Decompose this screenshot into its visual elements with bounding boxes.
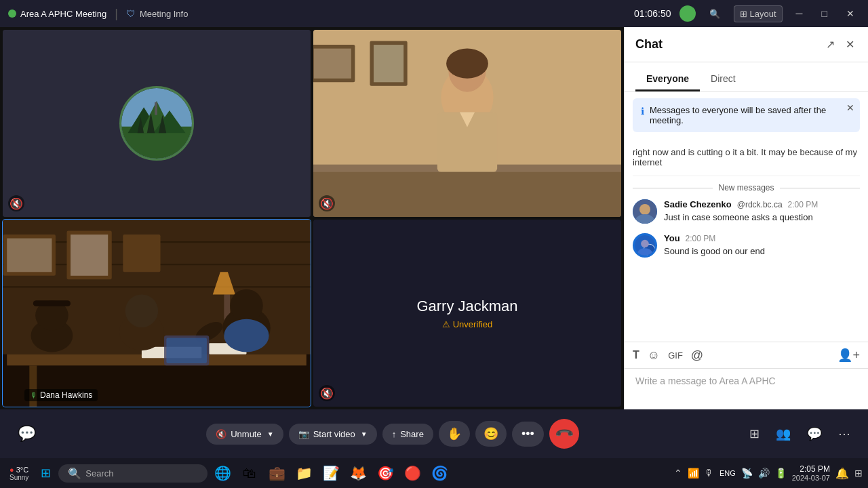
end-call-button[interactable]: 📞 [549,419,579,449]
taskbar-app-extra3[interactable]: 🌀 [427,461,452,485]
taskbar-search-input[interactable] [85,468,198,479]
taskbar-app-firefox[interactable]: 🦊 [346,461,370,485]
mention-icon[interactable]: @ [691,348,703,363]
unmute-button[interactable]: 🔇 Unmute ▼ [206,424,283,445]
captions-button[interactable]: 💬 [14,421,40,447]
video-cell-3: 🎙 Dana Hawkins [3,220,311,407]
search-icon: 🔍 [68,467,81,480]
divider-left [633,188,713,188]
windows-icon[interactable]: ⊞ [854,468,863,479]
search-button[interactable]: 🔍 [704,6,726,22]
captions-icon: 💬 [18,425,36,442]
meeting-title: Area A APHC Meeting [8,9,106,19]
unmute-icon: 🔇 [216,429,226,439]
start-video-button[interactable]: 📷 Start video ▼ [289,424,377,445]
files-icon: 📁 [296,465,313,481]
more-icon: ⋯ [838,427,850,441]
avatar-sadie [633,199,657,224]
name-badge-dana: 🎙 Dana Hawkins [24,389,98,401]
close-button[interactable]: ✕ [841,5,860,22]
mute-icon-2: 🔇 [319,195,335,211]
raise-hand-button[interactable]: ✋ [439,421,470,447]
volume-icon[interactable]: 🔊 [758,468,770,479]
msg-sender-2: You [664,233,680,243]
hand-icon: ✋ [447,427,462,441]
svg-point-50 [639,204,650,215]
more-options-button[interactable]: ••• [512,422,544,447]
taskbar-search[interactable]: 🔍 [58,464,208,483]
taskbar-left: ● 3°C Sunny ⊞ 🔍 🌐 🛍 💼 📁 📝 🦊 [5,461,671,485]
svg-rect-13 [314,49,351,79]
taskbar-app-extra1[interactable]: 🎯 [373,461,397,485]
firefox-icon: 🦊 [350,465,367,481]
pop-out-button[interactable]: ↗ [823,35,837,54]
weather-temp: ● 3°C [9,466,28,474]
svg-rect-9 [155,102,157,115]
chat-tabs: Everyone Direct [625,62,868,92]
more-bottom-button[interactable]: ⋯ [834,422,854,445]
titlebar-left: Area A APHC Meeting | 🛡 Meeting Info [8,7,623,21]
svg-rect-48 [166,338,207,363]
text-format-icon[interactable]: T [633,349,639,361]
tab-direct[interactable]: Direct [700,68,747,92]
network-icon[interactable]: 📶 [688,468,699,479]
unverified-badge: ⚠ Unverified [416,319,517,329]
msg-handle-1: @rdck.bc.ca [737,200,783,209]
video-cell-4: Garry Jackman ⚠ Unverified 🔇 [313,220,621,407]
taskbar-app-chrome[interactable]: 🌐 [210,461,235,485]
taskbar-app-word[interactable]: 📝 [319,461,343,485]
main-area: 🔇 [0,27,868,409]
msg-text-2: Sound is good on our end [664,245,860,258]
notice-text: Messages to everyone will be saved after… [650,105,852,125]
bottom-toolbar: 💬 🔇 Unmute ▼ 📷 Start video ▼ ↑ Share ✋ 😊… [0,409,868,458]
start-button[interactable]: ⊞ [35,463,56,483]
layout-button[interactable]: ⊞ Layout [734,5,783,22]
minimize-button[interactable]: ─ [791,5,808,22]
taskbar-app-teams[interactable]: 💼 [264,461,289,485]
taskbar-app-extra2[interactable]: 🔴 [400,461,425,485]
microphone-sys-icon[interactable]: 🎙 [705,468,714,479]
emoji-icon[interactable]: ☺ [648,348,660,363]
mute-icon-1: 🔇 [8,195,24,211]
svg-rect-28 [7,239,52,272]
new-messages-divider: New messages [633,183,860,192]
taskbar-app-store[interactable]: 🛍 [237,461,262,485]
msg-time-1: 2:00 PM [788,200,818,209]
share-button[interactable]: ↑ Share [382,424,433,445]
windows-logo-icon: ⊞ [41,466,51,481]
chrome-icon: 🌐 [214,465,231,481]
end-call-icon: 📞 [553,423,574,444]
message-row-2: You 2:00 PM Sound is good on our end [633,233,860,258]
ellipsis-icon: ••• [521,427,534,441]
tab-everyone[interactable]: Everyone [635,68,700,92]
teams-icon: 💼 [269,465,285,481]
notification-icon[interactable]: 🔔 [835,467,849,480]
taskbar: ● 3°C Sunny ⊞ 🔍 🌐 🛍 💼 📁 📝 🦊 [0,458,868,488]
grid-view-button[interactable]: ⊞ [745,422,764,445]
bottom-right: ⊞ 👥 💬 ⋯ [745,422,854,445]
svg-rect-40 [33,300,71,306]
chat-icon: 💬 [807,427,822,441]
maximize-button[interactable]: □ [816,5,833,22]
notice-close-button[interactable]: ✕ [846,102,854,113]
msg-header-1: Sadie Chezenko @rdck.bc.ca 2:00 PM [664,199,860,209]
svg-point-54 [641,240,649,248]
reaction-button[interactable]: 😊 [475,421,507,447]
mic-active-icon: 🎙 [30,391,37,399]
chat-toggle-button[interactable]: 💬 [803,422,826,445]
meeting-info-button[interactable]: 🛡 Meeting Info [126,8,189,19]
time-block: 2:05 PM 2024-03-07 [792,464,830,482]
chat-input[interactable] [635,375,857,396]
battery-icon[interactable]: 🔋 [775,468,787,479]
taskbar-app-files[interactable]: 📁 [292,461,316,485]
person-add-icon[interactable]: 👤+ [837,348,860,363]
gif-icon[interactable]: GIF [668,350,683,361]
close-chat-button[interactable]: ✕ [843,35,857,54]
chat-messages: right now and is cutting o it a bit. It … [625,139,868,342]
wifi-icon[interactable]: 📡 [741,468,753,479]
unmute-caret-icon: ▼ [267,430,274,438]
chevron-up-icon[interactable]: ⌃ [674,468,682,479]
svg-rect-30 [71,235,108,276]
participants-button[interactable]: 👥 [772,422,795,445]
timer: 01:06:50 [634,8,671,19]
